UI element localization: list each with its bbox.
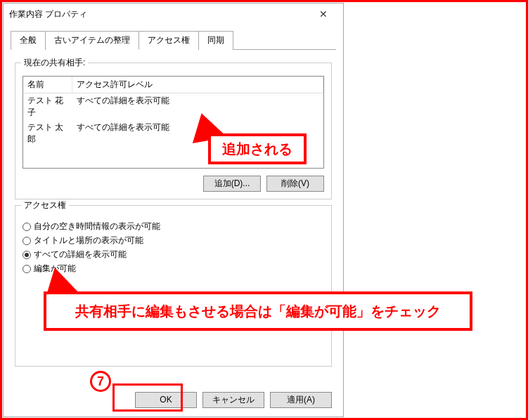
tab-general[interactable]: 全般 — [11, 31, 46, 50]
tab-autoarchive[interactable]: 古いアイテムの整理 — [45, 31, 139, 50]
callout-added: 追加される — [208, 133, 307, 164]
dialog-buttons: OK キャンセル 適用(A) — [135, 392, 332, 408]
add-button[interactable]: 追加(D)... — [203, 176, 261, 192]
list-header: 名前 アクセス許可レベル — [23, 77, 323, 93]
apply-button[interactable]: 適用(A) — [270, 392, 332, 408]
callout-text: 追加される — [222, 140, 292, 159]
radio-icon — [22, 251, 31, 259]
window-title: 作業内容 プロパティ — [9, 8, 87, 20]
cell-name: テスト 太郎 — [23, 120, 72, 147]
radio-label: タイトルと場所の表示が可能 — [34, 235, 143, 247]
share-group: 現在の共有相手: 名前 アクセス許可レベル テスト 花子 すべての詳細を表示可能… — [15, 63, 332, 199]
col-name[interactable]: 名前 — [23, 77, 72, 93]
share-group-legend: 現在の共有相手: — [21, 57, 88, 69]
col-level[interactable]: アクセス許可レベル — [72, 77, 323, 93]
cancel-button[interactable]: キャンセル — [202, 392, 264, 408]
radio-full[interactable]: すべての詳細を表示可能 — [22, 249, 324, 261]
table-row[interactable]: テスト 花子 すべての詳細を表示可能 — [23, 93, 323, 120]
step-number: 7 — [97, 374, 104, 389]
cell-name: テスト 花子 — [23, 93, 72, 120]
radio-subject[interactable]: タイトルと場所の表示が可能 — [22, 235, 324, 247]
radio-label: すべての詳細を表示可能 — [34, 249, 127, 261]
properties-dialog: 作業内容 プロパティ ✕ 全般 古いアイテムの整理 アクセス権 同期 現在の共有… — [3, 3, 344, 417]
permissions-legend: アクセス権 — [21, 199, 69, 211]
tab-strip: 全般 古いアイテムの整理 アクセス権 同期 — [11, 30, 336, 50]
callout-text: 共有相手に編集もさせる場合は「編集が可能」をチェック — [75, 302, 441, 321]
share-buttons: 追加(D)... 削除(V) — [22, 176, 324, 192]
tab-sync[interactable]: 同期 — [198, 31, 233, 50]
tab-permissions[interactable]: アクセス権 — [139, 31, 199, 50]
ok-button[interactable]: OK — [135, 392, 197, 408]
step-number-badge: 7 — [90, 371, 111, 392]
radio-icon — [22, 237, 31, 245]
remove-button[interactable]: 削除(V) — [266, 176, 324, 192]
radio-icon — [22, 223, 31, 231]
callout-edit-note: 共有相手に編集もさせる場合は「編集が可能」をチェック — [44, 291, 472, 331]
close-icon[interactable]: ✕ — [309, 4, 337, 24]
radio-icon — [22, 265, 31, 273]
radio-label: 自分の空き時間情報の表示が可能 — [34, 221, 160, 232]
radio-freebusy[interactable]: 自分の空き時間情報の表示が可能 — [22, 221, 324, 232]
titlebar: 作業内容 プロパティ ✕ — [4, 4, 343, 25]
